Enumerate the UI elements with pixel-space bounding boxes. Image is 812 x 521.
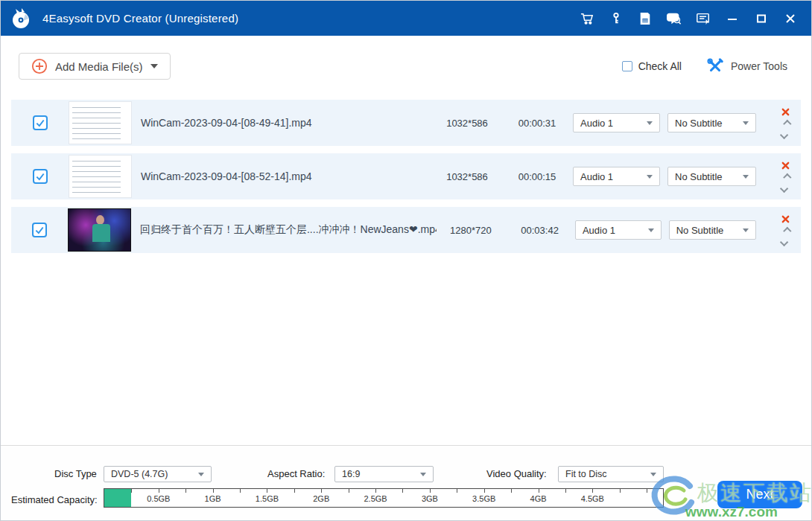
capacity-tick [240,489,241,493]
register-key-icon[interactable] [606,8,627,29]
chevron-down-icon [420,473,426,476]
file-resolution: 1280*720 [437,225,504,236]
capacity-tick-label: 3GB [422,494,438,503]
chevron-down-icon [650,473,656,476]
file-name: WinCam-2023-09-04-[08-52-14].mp4 [132,170,433,182]
chevron-down-icon [743,175,749,179]
subtitle-value: No Subtitle [676,225,724,236]
audio-track-select[interactable]: Audio 1 [573,113,660,132]
capacity-tick [131,489,132,493]
move-down-button[interactable] [780,237,790,246]
chevron-up-icon [783,173,791,182]
check-all-toggle[interactable]: Check All [622,60,682,72]
checkmark-icon [35,171,45,182]
aspect-ratio-value: 16:9 [342,469,360,479]
app-window: 4Easysoft DVD Creator (Unregistered) [0,0,812,521]
app-logo-icon [11,8,32,29]
power-tools-label: Power Tools [731,60,787,72]
minimize-button[interactable] [722,8,743,29]
move-down-button[interactable] [780,184,790,192]
disc-type-value: DVD-5 (4.7G) [111,469,168,479]
window-title: 4Easysoft DVD Creator (Unregistered) [42,12,238,25]
subtitle-value: No Subtitle [675,171,723,182]
capacity-tick [185,489,186,493]
file-duration: 00:00:15 [501,171,573,182]
move-down-button[interactable] [780,130,790,138]
move-up-button[interactable] [780,119,790,127]
capacity-tick [375,489,376,493]
video-thumbnail [69,155,132,198]
move-up-button[interactable] [780,173,790,181]
disc-type-label: Disc Type [54,466,97,482]
maximize-button[interactable] [751,8,772,29]
chevron-up-icon [783,227,791,235]
file-duration: 00:03:42 [504,225,575,236]
audio-track-select[interactable]: Audio 1 [575,220,662,240]
capacity-tick [511,489,512,493]
remove-file-button[interactable] [780,162,790,170]
capacity-fill [104,489,131,507]
subtitle-value: No Subtitle [675,118,723,129]
check-all-label: Check All [638,60,682,72]
chevron-down-icon [150,64,158,68]
capacity-tick [349,489,349,493]
file-checkbox[interactable] [33,169,48,184]
video-quality-label: Video Quality: [486,466,547,482]
titlebar: 4Easysoft DVD Creator (Unregistered) [1,1,811,36]
save-document-icon[interactable] [635,8,656,29]
media-row: 回归终于首个百万！五人断壁五个层....冲冲冲！NewJeans❤.mp4 12… [11,207,801,253]
aspect-ratio-label: Aspect Ratio: [267,466,325,482]
chevron-down-icon [647,175,653,179]
subtitle-select[interactable]: No Subtitle [667,113,756,132]
capacity-tick [159,489,159,493]
file-resolution: 1032*586 [433,171,501,182]
remove-x-icon [781,162,790,170]
capacity-tick-label: 2.5GB [364,494,387,503]
support-chat-icon[interactable] [664,8,685,29]
capacity-tick [457,489,457,493]
next-button[interactable]: Next [717,481,802,508]
chevron-down-icon [743,228,749,232]
subtitle-select[interactable]: No Subtitle [667,167,756,186]
add-media-label: Add Media File(s) [55,60,143,73]
audio-track-select[interactable]: Audio 1 [573,167,660,186]
audio-track-value: Audio 1 [580,171,613,182]
add-media-button[interactable]: Add Media File(s) [19,53,171,80]
media-row: WinCam-2023-09-04-[08-49-41].mp4 1032*58… [11,100,801,146]
store-cart-icon[interactable] [577,8,597,29]
capacity-tick [294,489,295,493]
audio-track-value: Audio 1 [583,225,615,236]
bottom-panel: Disc Type DVD-5 (4.7G) Aspect Ratio: 16:… [1,445,811,520]
remove-x-icon [781,108,790,116]
move-up-button[interactable] [780,226,790,234]
checkmark-icon [35,118,45,128]
chevron-down-icon [647,121,653,125]
close-button[interactable] [780,8,801,29]
capacity-tick [565,489,566,493]
disc-type-select[interactable]: DVD-5 (4.7G) [104,466,212,482]
checkmark-icon [34,225,45,235]
video-thumbnail [68,208,131,252]
capacity-tick-label: 4GB [530,494,547,503]
capacity-tick [620,489,621,493]
capacity-tick-label: 0.5GB [147,494,170,503]
estimated-capacity-label: Estimated Capacity: [11,492,98,508]
aspect-ratio-select[interactable]: 16:9 [334,466,434,482]
capacity-tick [484,489,485,493]
file-name: WinCam-2023-09-04-[08-49-41].mp4 [132,117,433,129]
power-tools-button[interactable]: Power Tools [707,58,787,74]
toolbar: Add Media File(s) Check All Power Tools [1,36,811,100]
chevron-down-icon [648,228,654,232]
video-quality-select[interactable]: Fit to Disc [558,466,664,482]
subtitle-select[interactable]: No Subtitle [669,220,757,240]
capacity-tick [213,489,214,493]
feedback-form-icon[interactable] [693,8,714,29]
remove-file-button[interactable] [780,215,790,223]
capacity-tick [321,489,322,493]
remove-file-button[interactable] [780,108,790,116]
power-tools-icon [707,58,723,74]
check-all-checkbox[interactable] [622,61,632,71]
file-checkbox[interactable] [33,115,48,130]
video-quality-value: Fit to Disc [565,469,607,479]
file-checkbox[interactable] [32,223,47,237]
